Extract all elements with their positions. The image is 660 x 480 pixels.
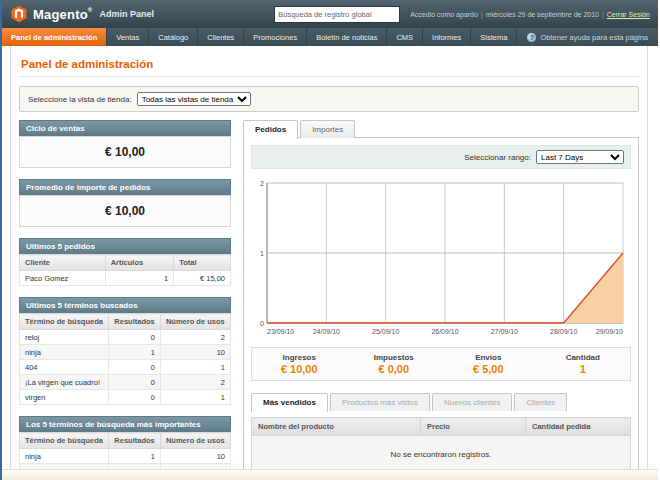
separator: | xyxy=(481,11,483,18)
lifetime-sales-box: Ciclo de ventas € 10,00 xyxy=(19,120,231,168)
totals-bar: Ingresos € 10,00 Impuestos € 0,00 Envíos… xyxy=(251,347,631,381)
svg-text:28/09/10: 28/09/10 xyxy=(550,328,577,335)
brand: Magento® Admin Panel xyxy=(10,5,154,23)
col-header: Término de búsqueda xyxy=(20,433,109,449)
total-revenue: Ingresos € 10,00 xyxy=(252,353,347,375)
lifetime-sales-value: € 10,00 xyxy=(19,136,231,168)
page-content: Panel de administración Seleccione la vi… xyxy=(10,46,648,480)
order-customer: Paco Gomez xyxy=(20,271,106,286)
table-row[interactable]: ninja 1 10 xyxy=(20,345,231,360)
app-window: Magento® Admin Panel Accedió como apardo… xyxy=(0,0,658,480)
box-title: Ciclo de ventas xyxy=(19,120,231,136)
order-items: 1 xyxy=(105,271,174,286)
col-header: Nombre del producto xyxy=(252,418,421,436)
total-tax: Impuestos € 0,00 xyxy=(347,353,442,375)
svg-text:23/09/10: 23/09/10 xyxy=(267,328,294,335)
tab-bestsellers[interactable]: Más vendidos xyxy=(251,393,328,412)
last-search-box: Ultimos 5 términos buscados Término de b… xyxy=(19,297,231,405)
session-date: miércoles 29 de septiembre de 2010 xyxy=(486,11,599,18)
tab-amounts[interactable]: Importes xyxy=(300,120,355,138)
svg-text:27/09/10: 27/09/10 xyxy=(491,328,518,335)
search-results: 0 xyxy=(109,375,161,390)
header-right: Accedió como apardo|miércoles 29 de sept… xyxy=(274,6,650,23)
tab-new-customers[interactable]: Nuevos clientes xyxy=(432,393,512,411)
dashboard-columns: Ciclo de ventas € 10,00 Promedio de impo… xyxy=(19,120,639,480)
search-results: 0 xyxy=(109,330,161,345)
svg-text:26/09/10: 26/09/10 xyxy=(431,328,458,335)
brand-trademark: ® xyxy=(88,7,93,13)
svg-text:25/09/10: 25/09/10 xyxy=(372,328,399,335)
last-orders-box: Ultimos 5 pedidos Cliente Artículos Tota… xyxy=(19,238,231,286)
dashboard-sidebar: Ciclo de ventas € 10,00 Promedio de impo… xyxy=(19,120,231,480)
table-row[interactable]: ¡La virgen que cuadro! 0 2 xyxy=(20,375,231,390)
empty-row: No se encontraron registros. xyxy=(252,436,631,474)
box-title: Ultimos 5 términos buscados xyxy=(19,297,231,313)
store-view-select[interactable]: Todas las vistas de tienda xyxy=(137,92,251,106)
bottom-tabs: Más vendidos Productos más vistos Nuevos… xyxy=(251,393,631,411)
search-term: virgen xyxy=(20,390,109,405)
range-select[interactable]: Last 7 Days xyxy=(536,150,624,164)
svg-text:29/09/10: 29/09/10 xyxy=(596,328,623,335)
svg-text:2: 2 xyxy=(260,180,264,187)
col-header: Artículos xyxy=(105,255,174,271)
logged-in-as: Accedió como apardo xyxy=(410,11,478,18)
col-header: Precio xyxy=(421,418,526,436)
total-label: Impuestos xyxy=(347,353,442,362)
nav-item-catalog[interactable]: Catálogo xyxy=(149,28,198,46)
table-row[interactable]: Paco Gomez 1 € 15,00 xyxy=(20,271,231,286)
orders-chart: 23/09/1024/09/1025/09/1026/09/1027/09/10… xyxy=(251,175,631,337)
nav-item-customers[interactable]: Clientes xyxy=(198,28,244,46)
table-row[interactable]: ninja 1 10 xyxy=(20,449,231,464)
orders-chart-container: 23/09/1024/09/1025/09/1026/09/1027/09/10… xyxy=(251,175,631,337)
nav-item-cms[interactable]: CMS xyxy=(387,28,423,46)
nav-item-newsletter[interactable]: Boletín de noticias xyxy=(307,28,387,46)
table-row[interactable]: 404 0 1 xyxy=(20,360,231,375)
brand-suffix: Admin Panel xyxy=(99,9,154,19)
search-term: reloj xyxy=(20,330,109,345)
total-value: € 10,00 xyxy=(252,363,347,375)
col-header: Número de usos xyxy=(160,314,230,330)
col-header: Resultados xyxy=(109,433,161,449)
page-title: Panel de administración xyxy=(19,54,639,77)
box-title: Los 5 términos de búsqueda más important… xyxy=(19,416,231,432)
tab-orders[interactable]: Pedidos xyxy=(243,120,298,139)
average-orders-value: € 10,00 xyxy=(19,195,231,227)
col-header: Número de usos xyxy=(160,433,230,449)
search-results: 1 xyxy=(109,449,161,464)
get-help-link[interactable]: ? Obtener ayuda para esta página xyxy=(517,28,658,46)
tab-customers[interactable]: Clientes xyxy=(514,393,567,411)
global-search-input[interactable] xyxy=(274,6,400,23)
nav-item-system[interactable]: Sistema xyxy=(471,28,517,46)
dashboard-main: Pedidos Importes Seleccionar rango: Last… xyxy=(243,120,639,480)
order-total: € 15,00 xyxy=(174,271,231,286)
store-view-bar: Seleccione la vista de tienda: Todas las… xyxy=(19,86,639,112)
magento-logo-icon xyxy=(10,5,28,23)
bestsellers-grid: Nombre del producto Precio Cantidad pedi… xyxy=(251,417,631,474)
svg-text:24/09/10: 24/09/10 xyxy=(313,328,340,335)
nav-item-sales[interactable]: Ventas xyxy=(107,28,149,46)
logout-link[interactable]: Cerrar Sesión xyxy=(607,11,650,18)
nav-item-promotions[interactable]: Promociones xyxy=(244,28,307,46)
total-value: € 5,00 xyxy=(441,363,536,375)
search-term: ¡La virgen que cuadro! xyxy=(20,375,109,390)
range-label: Seleccionar rango: xyxy=(464,153,531,162)
search-term: ninja xyxy=(20,345,109,360)
tab-most-viewed[interactable]: Productos más vistos xyxy=(330,393,430,411)
col-header: Término de búsqueda xyxy=(20,314,109,330)
store-view-label: Seleccione la vista de tienda: xyxy=(28,95,132,104)
table-row[interactable]: reloj 0 2 xyxy=(20,330,231,345)
range-bar: Seleccionar rango: Last 7 Days xyxy=(251,145,631,169)
search-uses: 10 xyxy=(160,449,230,464)
table-row[interactable]: virgen 0 1 xyxy=(20,390,231,405)
total-value: € 0,00 xyxy=(347,363,442,375)
main-nav: Panel de administración Ventas Catálogo … xyxy=(2,28,658,46)
nav-item-reports[interactable]: Informes xyxy=(423,28,471,46)
no-records-message: No se encontraron registros. xyxy=(252,436,631,474)
search-term: 404 xyxy=(20,360,109,375)
header: Magento® Admin Panel Accedió como apardo… xyxy=(2,0,658,28)
nav-item-dashboard[interactable]: Panel de administración xyxy=(2,28,107,46)
footer-strip xyxy=(2,469,658,480)
search-uses: 2 xyxy=(160,375,230,390)
box-title: Promedio de importe de pedidos xyxy=(19,179,231,195)
svg-text:0: 0 xyxy=(260,320,264,327)
